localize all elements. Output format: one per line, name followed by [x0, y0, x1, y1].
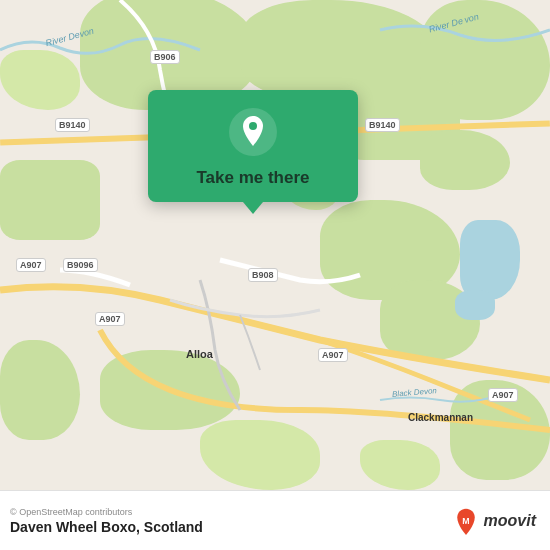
- road-label-a907-3: A907: [318, 348, 348, 362]
- bottom-bar: © OpenStreetMap contributors Daven Wheel…: [0, 490, 550, 550]
- road-label-a907-4: A907: [488, 388, 518, 402]
- location-info: © OpenStreetMap contributors Daven Wheel…: [10, 507, 203, 535]
- road-label-b906: B906: [150, 50, 180, 64]
- moovit-logo: M moovit: [452, 507, 536, 535]
- location-name: Daven Wheel Boxo, Scotland: [10, 519, 203, 535]
- road-label-b908: B908: [248, 268, 278, 282]
- svg-text:M: M: [462, 515, 469, 525]
- location-pin-icon: [229, 108, 277, 156]
- attribution-text: © OpenStreetMap contributors: [10, 507, 203, 517]
- take-me-there-button[interactable]: Take me there: [196, 168, 309, 188]
- alloa-label: Alloa: [186, 348, 213, 360]
- clackmannan-label: Clackmannan: [408, 412, 473, 423]
- river-devon-left: [0, 20, 220, 70]
- svg-point-1: [249, 122, 257, 130]
- moovit-text: moovit: [484, 512, 536, 530]
- map-container: River Devon River De von Black Devon B90…: [0, 0, 550, 490]
- green-area-6: [0, 160, 100, 240]
- road-label-a907-1: A907: [16, 258, 46, 272]
- road-label-b9140-left: B9140: [55, 118, 90, 132]
- tooltip-card[interactable]: Take me there: [148, 90, 358, 202]
- water-body-2: [455, 290, 495, 320]
- road-label-a907-2: A907: [95, 312, 125, 326]
- road-label-b9096: B9096: [63, 258, 98, 272]
- road-label-b9140-right: B9140: [365, 118, 400, 132]
- water-body-1: [460, 220, 520, 300]
- moovit-icon: M: [452, 507, 480, 535]
